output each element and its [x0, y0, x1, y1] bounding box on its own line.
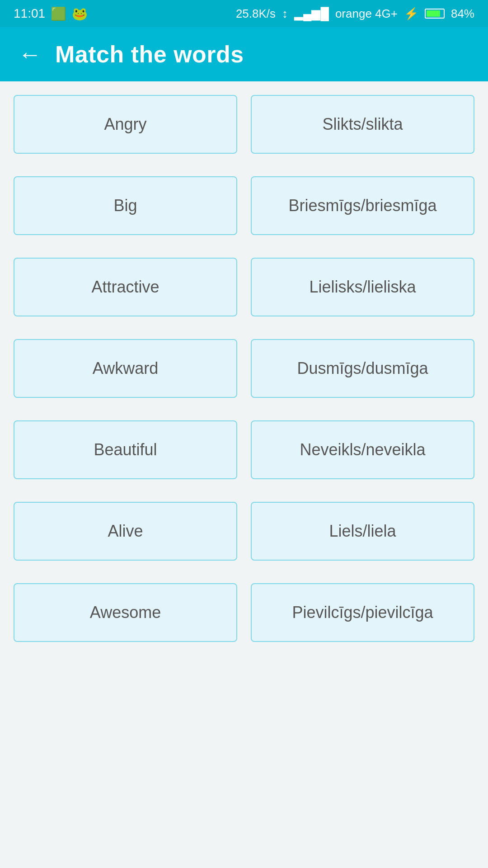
english-word-1: Big	[104, 196, 146, 215]
word-row: Alive Liels/liela	[14, 502, 474, 561]
signal-bars: ▂▄▆█	[294, 7, 329, 21]
status-icon-1: 🟩	[51, 6, 66, 21]
english-word-2: Attractive	[82, 278, 168, 297]
english-card-1[interactable]: Big	[14, 176, 237, 235]
latvian-word-2: Lielisks/lieliska	[300, 278, 425, 297]
status-icon-2: 🐸	[72, 6, 88, 21]
status-time: 11:01	[14, 6, 45, 21]
english-word-5: Alive	[99, 522, 152, 541]
word-row: Beautiful Neveikls/neveikla	[14, 420, 474, 479]
word-row: Big Briesmīgs/briesmīga	[14, 176, 474, 235]
status-left: 11:01 🟩 🐸	[14, 6, 88, 21]
word-row: Attractive Lielisks/lieliska	[14, 258, 474, 316]
latvian-card-2[interactable]: Lielisks/lieliska	[251, 258, 474, 316]
english-word-4: Beautiful	[84, 440, 166, 459]
english-card-3[interactable]: Awkward	[14, 339, 237, 398]
battery-body	[425, 9, 445, 19]
english-word-3: Awkward	[84, 359, 167, 378]
english-card-6[interactable]: Awesome	[14, 583, 237, 642]
header: ← Match the words	[0, 27, 488, 81]
battery-percent: 84%	[451, 7, 474, 21]
network-speed: 25.8K/s	[236, 7, 276, 21]
battery-icon	[425, 9, 445, 19]
latvian-card-3[interactable]: Dusmīgs/dusmīga	[251, 339, 474, 398]
latvian-card-1[interactable]: Briesmīgs/briesmīga	[251, 176, 474, 235]
latvian-card-4[interactable]: Neveikls/neveikla	[251, 420, 474, 479]
latvian-word-1: Briesmīgs/briesmīga	[279, 196, 446, 215]
english-card-4[interactable]: Beautiful	[14, 420, 237, 479]
carrier-name: orange 4G+	[335, 7, 398, 21]
status-bar: 11:01 🟩 🐸 25.8K/s ↕ ▂▄▆█ orange 4G+ ⚡ 84…	[0, 0, 488, 27]
latvian-word-6: Pievilcīgs/pievilcīga	[283, 603, 442, 622]
back-button[interactable]: ←	[18, 42, 42, 66]
word-row: Awesome Pievilcīgs/pievilcīga	[14, 583, 474, 642]
english-word-6: Awesome	[81, 603, 170, 622]
english-card-0[interactable]: Angry	[14, 95, 237, 154]
english-card-2[interactable]: Attractive	[14, 258, 237, 316]
english-card-5[interactable]: Alive	[14, 502, 237, 561]
english-word-0: Angry	[95, 115, 155, 134]
latvian-card-0[interactable]: Slikts/slikta	[251, 95, 474, 154]
latvian-word-4: Neveikls/neveikla	[291, 440, 434, 459]
status-right: 25.8K/s ↕ ▂▄▆█ orange 4G+ ⚡ 84%	[236, 7, 474, 21]
word-row: Angry Slikts/slikta	[14, 95, 474, 154]
signal-icon: ↕	[282, 7, 288, 21]
latvian-card-5[interactable]: Liels/liela	[251, 502, 474, 561]
battery-fill	[427, 10, 440, 17]
lightning-icon: ⚡	[404, 7, 418, 21]
latvian-card-6[interactable]: Pievilcīgs/pievilcīga	[251, 583, 474, 642]
word-list: Angry Slikts/slikta Big Briesmīgs/briesm…	[0, 81, 488, 678]
latvian-word-0: Slikts/slikta	[313, 115, 412, 134]
word-row: Awkward Dusmīgs/dusmīga	[14, 339, 474, 398]
page-title: Match the words	[55, 41, 244, 68]
latvian-word-5: Liels/liela	[320, 522, 405, 541]
latvian-word-3: Dusmīgs/dusmīga	[288, 359, 437, 378]
